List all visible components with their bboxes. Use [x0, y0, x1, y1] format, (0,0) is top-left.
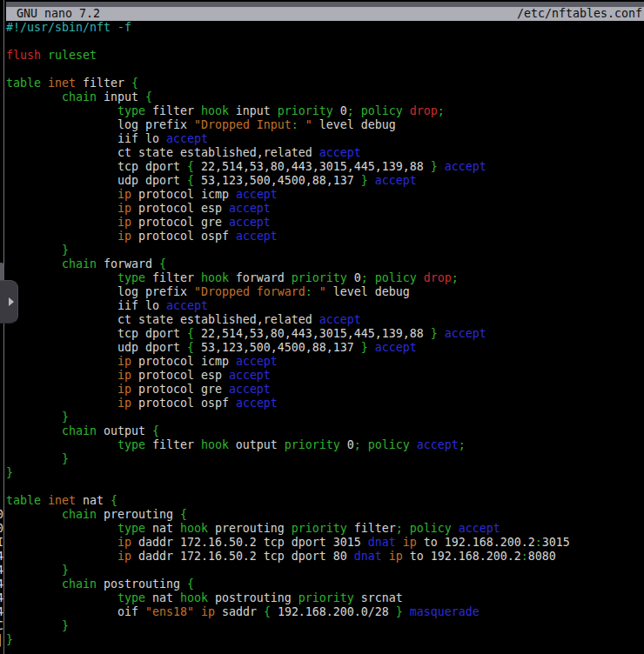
code-line: flush ruleset [6, 49, 570, 63]
code-line: } [6, 633, 570, 647]
side-panel-pull-tab[interactable] [0, 280, 18, 324]
code-line: } [6, 564, 570, 577]
left-edge-clipped-glyphs: a00I44444C| [0, 0, 3, 654]
code-line: log prefix "Dropped Input: " level debug [6, 118, 570, 132]
terminal-screen: { "window": { "app_title": "GNU nano 7.2… [0, 0, 644, 654]
window-border-line [3, 0, 4, 654]
right-triangle-icon [9, 297, 14, 306]
code-line: iif lo accept [6, 299, 570, 313]
clipped-glyph: C [0, 619, 3, 633]
code-line: } [6, 410, 570, 424]
code-line: table inet nat { [6, 494, 570, 508]
code-line: chain forward { [6, 257, 570, 271]
code-line: chain postrouting { [6, 577, 570, 591]
code-line: table inet filter { [6, 77, 570, 90]
code-line [6, 35, 570, 49]
code-line: udp dport { 53,123,500,4500,88,137 } acc… [6, 174, 570, 188]
code-line: } [6, 452, 570, 466]
code-line: type filter hook output priority 0; poli… [6, 438, 570, 452]
code-line: ip protocol esp accept [6, 369, 570, 383]
code-line: type filter hook forward priority 0; pol… [6, 271, 570, 285]
code-line: tcp dport { 22,514,53,80,443,3015,445,13… [6, 327, 570, 341]
clipped-glyph: I [0, 536, 3, 550]
code-line: ip protocol ospf accept [6, 230, 570, 244]
clipped-glyph: 4 [0, 550, 3, 564]
code-line: chain input { [6, 90, 570, 104]
code-line: #!/usr/sbin/nft -f [6, 21, 570, 35]
clipped-glyph: 0 [0, 522, 3, 536]
code-line: type filter hook input priority 0; polic… [6, 104, 570, 118]
clipped-glyph: 0 [0, 508, 3, 522]
code-line: type nat hook postrouting priority srcna… [6, 591, 570, 605]
code-line: ct state established,related accept [6, 313, 570, 327]
code-line: ct state established,related accept [6, 146, 570, 160]
code-line: iif lo accept [6, 132, 570, 146]
clipped-glyph: | [0, 633, 3, 647]
code-line [6, 480, 570, 494]
file-path: /etc/nftables.conf [517, 7, 644, 21]
code-line: } [6, 619, 570, 633]
code-line: log prefix "Dropped forward: " level deb… [6, 285, 570, 299]
clipped-glyph: 4 [0, 605, 3, 619]
code-line: } [6, 244, 570, 257]
code-line: ip daddr 172.16.50.2 tcp dport 80 dnat i… [6, 550, 570, 564]
code-line: ip protocol gre accept [6, 383, 570, 397]
code-line: type nat hook prerouting priority filter… [6, 522, 570, 536]
code-line: oif "ens18" ip saddr { 192.168.200.0/28 … [6, 605, 570, 619]
code-line: ip protocol ospf accept [6, 397, 570, 410]
code-area[interactable]: #!/usr/sbin/nft -fflush rulesettable ine… [6, 21, 570, 647]
code-line: chain prerouting { [6, 508, 570, 522]
clipped-glyph: 4 [0, 591, 3, 605]
code-line: tcp dport { 22,514,53,80,443,3015,445,13… [6, 160, 570, 174]
code-line: ip protocol icmp accept [6, 355, 570, 369]
code-line: ip protocol icmp accept [6, 188, 570, 202]
app-title: GNU nano 7.2 [6, 7, 100, 21]
code-line: chain output { [6, 424, 570, 438]
nano-titlebar: GNU nano 7.2 /etc/nftables.conf [6, 0, 644, 21]
code-line: udp dport { 53,123,500,4500,88,137 } acc… [6, 341, 570, 355]
code-line [6, 63, 570, 77]
code-line: ip daddr 172.16.50.2 tcp dport 3015 dnat… [6, 536, 570, 550]
clipped-glyph: 4 [0, 577, 3, 591]
code-line: ip protocol gre accept [6, 216, 570, 230]
titlebar-bar: GNU nano 7.2 /etc/nftables.conf [6, 7, 644, 21]
clipped-glyph: 4 [0, 564, 3, 577]
code-line: } [6, 466, 570, 480]
code-line: ip protocol esp accept [6, 202, 570, 216]
